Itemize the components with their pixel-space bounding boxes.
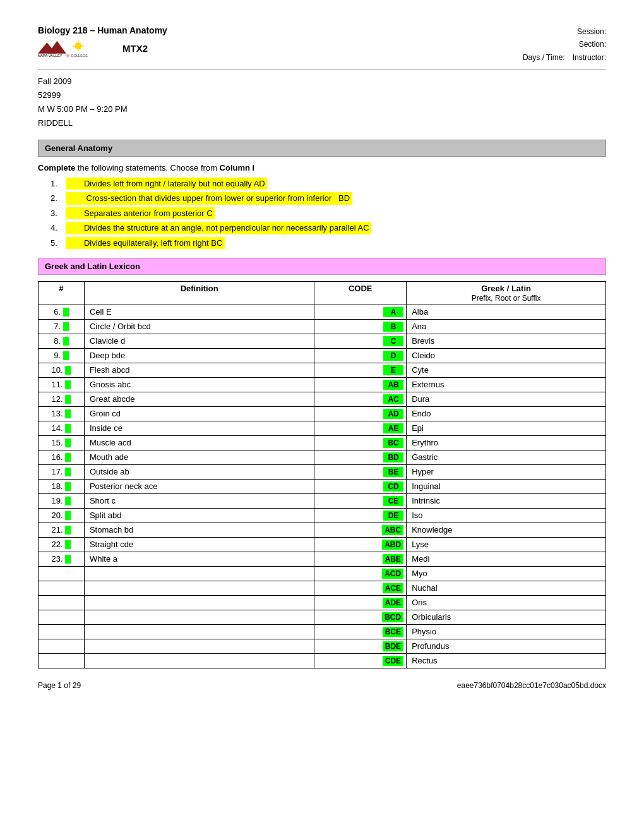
table-row: 6. Cell EAAlba [39, 305, 606, 320]
row-def: Groin cd [84, 407, 314, 421]
list-item: 5. Divides equilaterally, left from righ… [51, 237, 606, 250]
row-def [84, 610, 314, 625]
row-num: 19. [39, 494, 85, 509]
table-row: ADEOris [39, 596, 606, 610]
row-def: Split abd [84, 509, 314, 523]
row-code: CE [314, 494, 407, 509]
row-def [84, 581, 314, 596]
lexicon-table: # Definition CODE Greek / LatinPrefix, R… [38, 281, 606, 668]
row-def: Inside ce [84, 421, 314, 436]
table-row: 9. Deep bdeDCleido [39, 349, 606, 363]
row-greek: Intrinsic [407, 494, 606, 509]
table-row: 16. Mouth adeBDGastric [39, 450, 606, 465]
section2-header: Greek and Latin Lexicon [38, 258, 606, 275]
row-greek: Knowledge [407, 523, 606, 538]
row-code: BCE [314, 625, 407, 639]
table-row: 11. Gnosis abcABExternus [39, 378, 606, 392]
row-def: Mouth ade [84, 450, 314, 465]
table-header-row: # Definition CODE Greek / LatinPrefix, R… [39, 282, 606, 305]
row-def: Great abcde [84, 392, 314, 407]
row-num: 23. [39, 552, 85, 567]
table-row: 10. Flesh abcdECyte [39, 363, 606, 378]
table-row: BCEPhysio [39, 625, 606, 639]
footer: Page 1 of 29 eaee736bf0704b28cc01e7c030a… [38, 681, 606, 690]
row-greek: Inguinal [407, 480, 606, 494]
instructions-bold1: Complete [38, 163, 75, 172]
row-num: 20. [39, 509, 85, 523]
instructor-label: Instructor: [573, 51, 606, 64]
header-divider [38, 69, 606, 70]
row-code: DE [314, 509, 407, 523]
row-greek: Physio [407, 625, 606, 639]
row-num [39, 581, 85, 596]
table-row: CDERectus [39, 654, 606, 668]
section-label: Section: [579, 40, 606, 49]
row-greek: Nuchal [407, 581, 606, 596]
row-code: B [314, 320, 407, 334]
schedule: M W 5:00 PM – 9:20 PM [38, 102, 606, 116]
table-row: 20. Split abdDEIso [39, 509, 606, 523]
row-def: White a [84, 552, 314, 567]
row-def [84, 625, 314, 639]
row-code: CD [314, 480, 407, 494]
row-num: 15. [39, 436, 85, 450]
session-info: Session: Section: Days / Time: Instructo… [523, 25, 606, 64]
row-greek: Ana [407, 320, 606, 334]
row-def: Circle / Orbit bcd [84, 320, 314, 334]
table-row: 13. Groin cdADEndo [39, 407, 606, 421]
row-code: BE [314, 465, 407, 480]
row-greek: Oris [407, 596, 606, 610]
row-code: BD [314, 450, 407, 465]
table-row: 7. Circle / Orbit bcdBAna [39, 320, 606, 334]
row-num: 18. [39, 480, 85, 494]
row-num: 22. [39, 538, 85, 552]
row-num: 10. [39, 363, 85, 378]
table-row: 19. Short cCEIntrinsic [39, 494, 606, 509]
col-header-num: # [39, 282, 85, 305]
list-item: 1. Divides left from right / laterally b… [51, 178, 606, 190]
row-def [84, 567, 314, 581]
table-row: BCDOrbicularis [39, 610, 606, 625]
row-code: ADE [314, 596, 407, 610]
page-title: Biology 218 – Human Anatomy [38, 25, 523, 35]
instructions-bold2: Column I [220, 163, 255, 172]
svg-text:🌸 COLLEGE: 🌸 COLLEGE [66, 53, 88, 58]
row-greek: Endo [407, 407, 606, 421]
college-logo: NAPA VALLEY 🌸 COLLEGE [38, 38, 114, 58]
table-row: 8. Clavicle dCBrevis [39, 334, 606, 349]
instructor: RIDDELL [38, 116, 606, 130]
filename: eaee736bf0704b28cc01e7c030ac05bd.docx [457, 681, 606, 690]
row-code: ACE [314, 581, 407, 596]
row-num: 8. [39, 334, 85, 349]
term: Fall 2009 [38, 75, 606, 88]
row-num [39, 567, 85, 581]
row-num [39, 654, 85, 668]
row-greek: Rectus [407, 654, 606, 668]
row-code: ACD [314, 567, 407, 581]
meta-info: Fall 2009 52999 M W 5:00 PM – 9:20 PM RI… [38, 75, 606, 130]
row-greek: Epi [407, 421, 606, 436]
instructions-text: the following statements. Choose from [75, 163, 219, 172]
row-greek: Brevis [407, 334, 606, 349]
instructions: Complete the following statements. Choos… [38, 163, 606, 172]
row-greek: Erythro [407, 436, 606, 450]
section1-header: General Anatomy [38, 140, 606, 157]
general-anatomy-list: 1. Divides left from right / laterally b… [51, 178, 606, 250]
col-header-greek: Greek / LatinPrefix, Root or Suffix [407, 282, 606, 305]
list-item: 2. Cross-section that divides upper from… [51, 192, 606, 205]
table-row: 12. Great abcdeACDura [39, 392, 606, 407]
row-def [84, 639, 314, 654]
days-time-label: Days / Time: [523, 51, 565, 64]
row-greek: Lyse [407, 538, 606, 552]
row-code: AC [314, 392, 407, 407]
row-num: 7. [39, 320, 85, 334]
row-code: ABC [314, 523, 407, 538]
row-num: 6. [39, 305, 85, 320]
row-num: 16. [39, 450, 85, 465]
row-code: BCD [314, 610, 407, 625]
row-def: Muscle acd [84, 436, 314, 450]
row-code: AB [314, 378, 407, 392]
table-row: 15. Muscle acdBCErythro [39, 436, 606, 450]
table-row: 18. Posterior neck aceCDInguinal [39, 480, 606, 494]
row-num: 17. [39, 465, 85, 480]
